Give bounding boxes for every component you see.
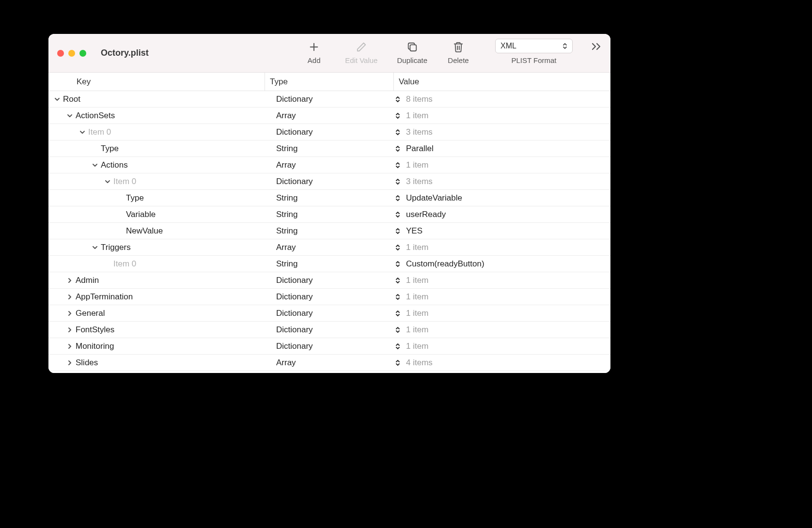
cell-value[interactable]: YES xyxy=(393,226,610,236)
cell-key[interactable]: Item 0 xyxy=(48,259,265,269)
chevron-right-icon[interactable] xyxy=(66,327,74,333)
cell-value[interactable]: 1 item xyxy=(393,342,610,351)
close-window-button[interactable] xyxy=(57,50,64,57)
cell-key[interactable]: Triggers xyxy=(48,243,265,252)
chevron-down-icon[interactable] xyxy=(53,96,61,102)
table-row[interactable]: NewValueStringYES xyxy=(48,223,610,239)
chevron-down-icon[interactable] xyxy=(66,113,74,119)
chevron-right-icon[interactable] xyxy=(66,311,74,316)
cell-value[interactable]: 3 items xyxy=(393,177,610,186)
cell-key[interactable]: Monitoring xyxy=(48,342,265,351)
type-stepper-icon[interactable] xyxy=(394,177,401,186)
type-stepper-icon[interactable] xyxy=(394,193,401,203)
table-row[interactable]: AppTerminationDictionary1 item xyxy=(48,289,610,305)
table-row[interactable]: TypeStringParallel xyxy=(48,140,610,157)
cell-key[interactable]: Type xyxy=(48,144,265,154)
cell-type[interactable]: Array xyxy=(265,160,393,170)
cell-key[interactable]: Root xyxy=(48,94,265,104)
table-row[interactable]: MonitoringDictionary1 item xyxy=(48,338,610,355)
zoom-window-button[interactable] xyxy=(79,50,86,57)
table-row[interactable]: RootDictionary8 items xyxy=(48,91,610,108)
cell-type[interactable]: Dictionary xyxy=(265,177,393,186)
cell-key[interactable]: AppTermination xyxy=(48,292,265,302)
cell-type[interactable]: Dictionary xyxy=(265,94,393,104)
cell-value[interactable]: 1 item xyxy=(393,160,610,170)
type-stepper-icon[interactable] xyxy=(394,111,401,121)
cell-type[interactable]: Dictionary xyxy=(265,342,393,351)
cell-key[interactable]: Variable xyxy=(48,210,265,219)
minimize-window-button[interactable] xyxy=(68,50,75,57)
cell-type[interactable]: Array xyxy=(265,358,393,368)
type-stepper-icon[interactable] xyxy=(394,144,401,154)
cell-type[interactable]: Array xyxy=(265,111,393,121)
chevron-right-icon[interactable] xyxy=(66,360,74,366)
table-row[interactable]: SlidesArray4 items xyxy=(48,355,610,371)
delete-button[interactable]: Delete xyxy=(443,39,474,66)
table-row[interactable]: ActionSetsArray1 item xyxy=(48,108,610,124)
cell-key[interactable]: Type xyxy=(48,193,265,203)
type-stepper-icon[interactable] xyxy=(394,358,401,368)
cell-key[interactable]: FontStyles xyxy=(48,325,265,335)
cell-value[interactable]: 1 item xyxy=(393,111,610,121)
chevron-right-icon[interactable] xyxy=(66,294,74,300)
column-header-type[interactable]: Type xyxy=(265,73,393,91)
table-row[interactable]: FontStylesDictionary1 item xyxy=(48,322,610,338)
cell-value[interactable]: 1 item xyxy=(393,325,610,335)
type-stepper-icon[interactable] xyxy=(394,243,401,252)
cell-key[interactable]: Item 0 xyxy=(48,177,265,186)
cell-key[interactable]: NewValue xyxy=(48,226,265,236)
column-header-value[interactable]: Value xyxy=(393,73,610,91)
cell-key[interactable]: Item 0 xyxy=(48,127,265,137)
type-stepper-icon[interactable] xyxy=(394,127,401,137)
cell-key[interactable]: Admin xyxy=(48,276,265,285)
type-stepper-icon[interactable] xyxy=(394,226,401,236)
cell-type[interactable]: Dictionary xyxy=(265,309,393,318)
cell-type[interactable]: Dictionary xyxy=(265,325,393,335)
cell-value[interactable]: Custom(readyButton) xyxy=(393,259,610,269)
cell-type[interactable]: String xyxy=(265,259,393,269)
chevron-down-icon[interactable] xyxy=(104,179,111,185)
chevron-down-icon[interactable] xyxy=(91,162,99,168)
type-stepper-icon[interactable] xyxy=(394,342,401,351)
table-row[interactable]: TriggersArray1 item xyxy=(48,239,610,256)
cell-type[interactable]: String xyxy=(265,144,393,154)
chevron-right-icon[interactable] xyxy=(66,343,74,349)
cell-type[interactable]: Dictionary xyxy=(265,276,393,285)
table-row[interactable]: AdminDictionary1 item xyxy=(48,272,610,289)
table-row[interactable]: VariableStringuserReady xyxy=(48,206,610,223)
cell-type[interactable]: Dictionary xyxy=(265,127,393,137)
cell-value[interactable]: 1 item xyxy=(393,243,610,252)
toolbar-overflow-button[interactable] xyxy=(591,39,602,53)
cell-key[interactable]: Actions xyxy=(48,160,265,170)
chevron-down-icon[interactable] xyxy=(78,129,86,135)
cell-value[interactable]: userReady xyxy=(393,210,610,219)
cell-value[interactable]: 8 items xyxy=(393,94,610,104)
cell-value[interactable]: Parallel xyxy=(393,144,610,154)
chevron-down-icon[interactable] xyxy=(91,245,99,250)
chevron-right-icon[interactable] xyxy=(66,278,74,283)
type-stepper-icon[interactable] xyxy=(394,259,401,269)
type-stepper-icon[interactable] xyxy=(394,309,401,318)
cell-value[interactable]: 1 item xyxy=(393,292,610,302)
table-row[interactable]: Item 0Dictionary3 items xyxy=(48,173,610,190)
cell-value[interactable]: 3 items xyxy=(393,127,610,137)
table-row[interactable]: ActionsArray1 item xyxy=(48,157,610,173)
type-stepper-icon[interactable] xyxy=(394,292,401,302)
cell-value[interactable]: UpdateVariable xyxy=(393,193,610,203)
cell-type[interactable]: String xyxy=(265,193,393,203)
cell-type[interactable]: Dictionary xyxy=(265,292,393,302)
type-stepper-icon[interactable] xyxy=(394,325,401,335)
format-select[interactable]: XML xyxy=(495,39,573,53)
cell-key[interactable]: General xyxy=(48,309,265,318)
cell-value[interactable]: 4 items xyxy=(393,358,610,368)
type-stepper-icon[interactable] xyxy=(394,276,401,285)
table-row[interactable]: TypeStringUpdateVariable xyxy=(48,190,610,206)
cell-key[interactable]: Slides xyxy=(48,358,265,368)
type-stepper-icon[interactable] xyxy=(394,94,401,104)
cell-value[interactable]: 1 item xyxy=(393,276,610,285)
duplicate-button[interactable]: Duplicate xyxy=(393,39,431,66)
column-header-key[interactable]: Key xyxy=(48,73,265,91)
table-row[interactable]: GeneralDictionary1 item xyxy=(48,305,610,322)
cell-type[interactable]: String xyxy=(265,226,393,236)
cell-key[interactable]: ActionSets xyxy=(48,111,265,121)
